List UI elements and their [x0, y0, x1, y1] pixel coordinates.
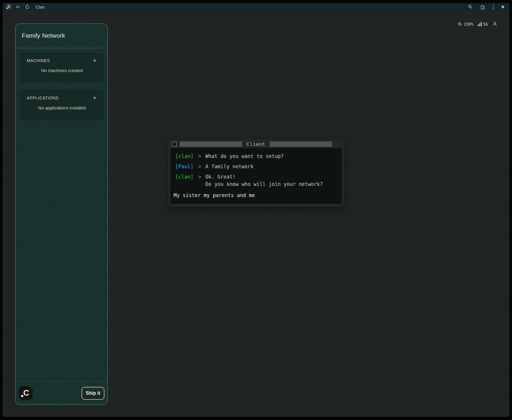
message-text: Do you know who will join your network? [205, 181, 323, 188]
kebab-menu-icon [493, 5, 494, 9]
zoom-indicator-button[interactable] [468, 4, 473, 10]
reload-button[interactable] [25, 4, 30, 10]
main-content: 150% 5G Family Network MACHINES + [3, 11, 509, 417]
signal-bars-icon [478, 22, 482, 26]
applications-label: APPLICATIONS [27, 96, 59, 100]
message-text: A family network [205, 163, 254, 170]
client-window-title: Client [247, 141, 265, 147]
reload-icon [25, 4, 30, 9]
nick-paul: [Paul] [175, 163, 194, 170]
terminal-output: [clan] > What do you want to setup? [Pau… [170, 148, 342, 204]
message-text: What do you want to setup? [205, 153, 284, 160]
chat-message: [clan] > What do you want to setup? [175, 153, 338, 160]
prompt-caret: > [194, 163, 205, 170]
close-box-icon[interactable] [172, 142, 177, 147]
back-button[interactable] [15, 4, 21, 10]
sidebar-footer: C Ship it [16, 381, 107, 404]
zoom-indicator-icon [468, 4, 473, 9]
sidebar-header: Family Network [16, 24, 107, 48]
prompt-caret: > [194, 153, 205, 160]
nick-clan: [clan] [175, 153, 194, 160]
network-indicator: 5G [478, 22, 488, 26]
titlebar-stripes-left-icon [180, 142, 242, 146]
applications-card: APPLICATIONS + No applications installed [19, 90, 104, 120]
chat-message: [clan] > Ok. Great! Do you know who will… [175, 173, 338, 188]
person-icon [492, 21, 497, 26]
extensions-button[interactable] [480, 4, 486, 10]
prompt-caret: > [194, 173, 205, 181]
clan-favicon-icon: C [6, 4, 11, 10]
clan-logo-icon: C [19, 386, 33, 400]
terminal-input[interactable]: My sister my parents and me [174, 192, 338, 199]
close-window-button[interactable]: ✕ [501, 4, 505, 10]
add-application-button[interactable]: + [92, 96, 97, 100]
close-icon: ✕ [501, 5, 505, 9]
favicon-glyph: C [8, 5, 10, 9]
network-type: 5G [483, 22, 488, 26]
machines-card: MACHINES + No machines created [19, 52, 104, 83]
back-icon [15, 4, 21, 10]
network-title: Family Network [22, 32, 107, 39]
titlebar-stripes-right-icon [270, 142, 332, 146]
applications-empty-text: No applications installed [27, 105, 97, 110]
zoom-level-value: 150% [463, 22, 473, 26]
page-title: Clan [36, 4, 45, 9]
message-text: Ok. Great! [205, 173, 323, 181]
client-window: Client [clan] > What do you want to setu… [169, 140, 344, 206]
chat-message: [Paul] > A family network [175, 163, 338, 170]
machines-label: MACHINES [27, 58, 50, 63]
add-machine-button[interactable]: + [92, 59, 97, 63]
extensions-puzzle-icon [480, 4, 486, 10]
nick-clan: [clan] [175, 173, 194, 181]
sidebar-panel: Family Network MACHINES + No machines cr… [15, 24, 108, 405]
menu-button[interactable] [493, 4, 494, 10]
client-titlebar[interactable]: Client [169, 140, 343, 148]
ship-it-button[interactable]: Ship it [82, 387, 104, 400]
machines-empty-text: No machines created [27, 68, 97, 73]
magnifier-icon [458, 22, 462, 26]
status-indicators: 150% 5G [458, 21, 497, 26]
browser-topbar: C Clan [3, 3, 509, 11]
app-window: C Clan [3, 3, 509, 417]
logo-glyph: C [23, 388, 29, 398]
zoom-level-indicator: 150% [458, 22, 473, 26]
